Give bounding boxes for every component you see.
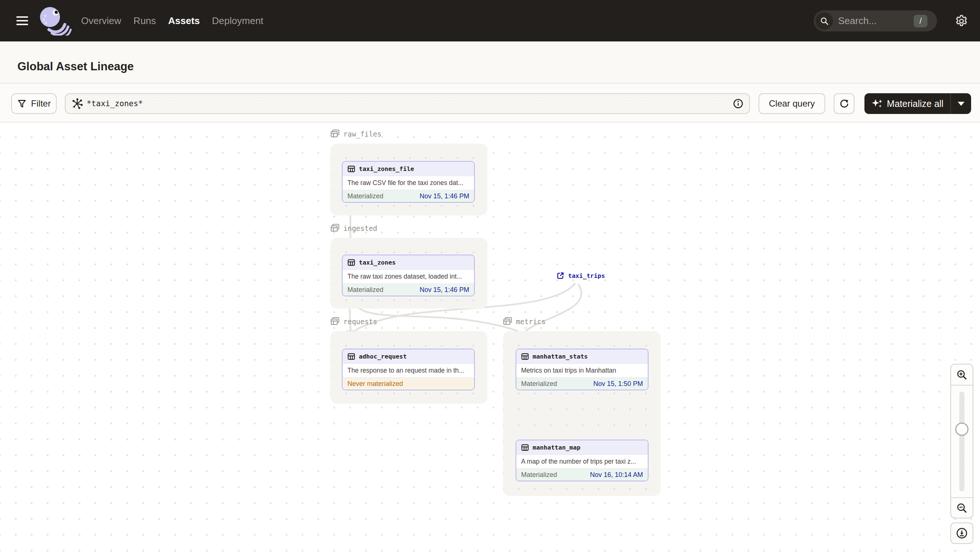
materialize-all-button[interactable]: Materialize all	[865, 93, 950, 114]
zoom-in-button[interactable]	[951, 364, 973, 386]
group-label-text: raw_files	[343, 130, 382, 138]
search-input[interactable]	[838, 15, 914, 27]
info-icon[interactable]	[733, 98, 743, 109]
asset-status-label: Materialized	[521, 471, 557, 479]
hamburger-menu-icon[interactable]	[16, 15, 29, 27]
app-header: Overview Runs Assets Deployment /	[0, 0, 980, 41]
nav-runs[interactable]: Runs	[133, 15, 156, 27]
asset-node-description: The raw CSV file for the taxi zones dat.…	[343, 176, 474, 190]
table-icon	[348, 353, 355, 360]
asset-status-label: Materialized	[348, 286, 383, 294]
asset-node-title: taxi_zones	[359, 259, 395, 266]
chevron-down-icon	[958, 102, 964, 106]
funnel-icon	[17, 99, 27, 108]
asset-node-title: manhattan_map	[533, 444, 580, 451]
zoom-slider-knob[interactable]	[955, 423, 968, 436]
primary-nav: Overview Runs Assets Deployment	[81, 0, 264, 41]
asset-node-title: manhattan_stats	[533, 353, 588, 360]
lineage-edges	[0, 123, 980, 558]
zoom-slider-track[interactable]	[959, 392, 964, 491]
global-search[interactable]: /	[814, 10, 937, 31]
materialize-options-button[interactable]	[950, 93, 971, 114]
zoom-out-icon	[956, 502, 967, 514]
asset-status-timestamp[interactable]: Nov 15, 1:46 PM	[420, 192, 469, 200]
materialize-all-split-button: Materialize all	[865, 93, 971, 114]
asset-group-icon	[330, 129, 339, 138]
op-selector-icon	[71, 98, 83, 110]
nav-overview[interactable]: Overview	[81, 15, 121, 27]
download-image-button[interactable]	[950, 522, 973, 544]
table-icon	[348, 165, 355, 173]
asset-group-icon	[330, 223, 339, 233]
filter-button[interactable]: Filter	[11, 93, 57, 114]
asset-group-icon	[330, 317, 339, 326]
asset-node-adhoc_request[interactable]: adhoc_request The response to an request…	[342, 349, 475, 391]
table-icon	[521, 444, 529, 451]
asset-node-manhattan_map[interactable]: manhattan_map A map of the number of tri…	[516, 440, 649, 481]
group-label-text: metrics	[516, 317, 545, 326]
asset-node-title: adhoc_request	[359, 353, 407, 360]
clear-query-button[interactable]: Clear query	[759, 93, 825, 114]
asset-group-label-raw_files[interactable]: raw_files	[330, 129, 382, 138]
edge-taxi_trips-manhattan_stats	[523, 284, 581, 336]
filter-label: Filter	[31, 98, 51, 109]
asset-node-manhattan_stats[interactable]: manhattan_stats Metrics on taxi trips in…	[516, 349, 649, 391]
group-label-text: ingested	[343, 224, 377, 232]
asset-status-label: Never materialized	[348, 380, 403, 388]
search-icon	[815, 12, 833, 30]
zoom-controls	[950, 364, 973, 519]
title-bar: Global Asset Lineage Reload definitions	[0, 41, 980, 84]
table-icon	[348, 259, 355, 266]
materialize-all-label: Materialize all	[887, 98, 944, 109]
external-asset-taxi_trips[interactable]: taxi_trips	[556, 272, 605, 280]
asset-node-description: The raw taxi zones dataset, loaded int..…	[343, 269, 474, 284]
page-title: Global Asset Lineage	[17, 60, 134, 73]
group-label-text: requests	[343, 317, 377, 326]
nav-assets[interactable]: Assets	[168, 15, 199, 27]
asset-node-taxi_zones_file[interactable]: taxi_zones_file The raw CSV file for the…	[342, 161, 475, 203]
gear-icon[interactable]	[954, 13, 969, 29]
refresh-button[interactable]	[834, 93, 855, 114]
zoom-in-icon	[956, 369, 967, 381]
asset-node-description: The response to an request made in th...	[343, 363, 474, 378]
asset-status-label: Materialized	[521, 380, 557, 388]
nav-deployment[interactable]: Deployment	[212, 15, 264, 27]
asset-group-label-metrics[interactable]: metrics	[503, 317, 545, 326]
table-icon	[521, 353, 529, 360]
asset-selection-input[interactable]	[87, 99, 733, 108]
asset-node-title: taxi_zones_file	[359, 166, 414, 172]
asset-node-taxi_zones[interactable]: taxi_zones The raw taxi zones dataset, l…	[342, 254, 475, 296]
dagster-logo-icon[interactable]	[38, 6, 75, 36]
download-icon	[955, 527, 968, 540]
asset-group-label-ingested[interactable]: ingested	[330, 223, 377, 233]
asset-status-timestamp[interactable]: Nov 16, 10:14 AM	[590, 471, 643, 479]
external-asset-label: taxi_trips	[568, 272, 605, 279]
asset-node-description: Metrics on taxi trips in Manhattan	[516, 363, 648, 378]
search-shortcut-badge: /	[914, 15, 927, 27]
sparkles-icon	[871, 98, 883, 109]
asset-status-timestamp[interactable]: Nov 15, 1:50 PM	[593, 380, 643, 388]
asset-selection-input-wrapper	[65, 93, 750, 114]
asset-status-label: Materialized	[348, 192, 383, 200]
asset-status-timestamp[interactable]: Nov 15, 1:46 PM	[420, 286, 469, 294]
asset-node-description: A map of the number of trips per taxi z.…	[516, 455, 648, 469]
zoom-out-button[interactable]	[951, 497, 973, 518]
external-link-icon	[556, 272, 565, 280]
asset-group-icon	[503, 317, 512, 326]
lineage-graph-canvas[interactable]: raw_files ingested requests metrics	[0, 123, 980, 558]
zoom-slider[interactable]	[951, 386, 973, 497]
asset-group-label-requests[interactable]: requests	[330, 317, 377, 326]
